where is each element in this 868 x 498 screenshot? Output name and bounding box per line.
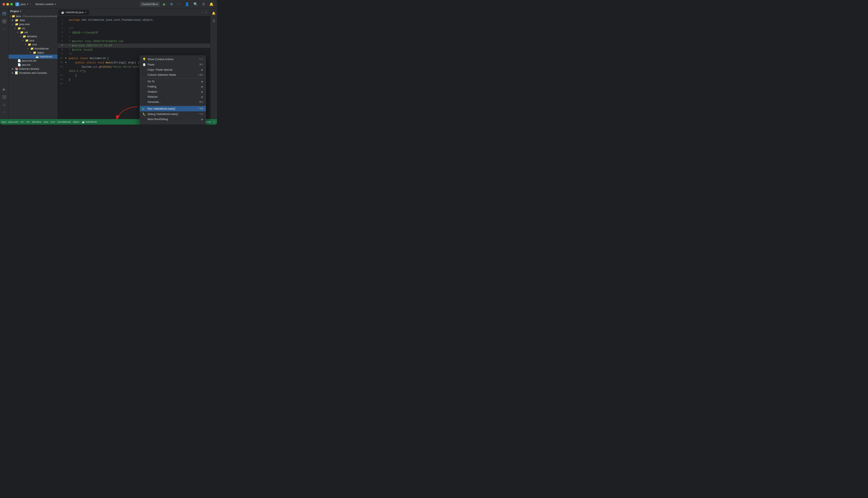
iml-icon: 📄: [17, 63, 21, 66]
sidebar-item-problems[interactable]: ⚠: [1, 101, 8, 108]
menu-item-more-run-debug[interactable]: More Run/Debug ▶: [140, 117, 206, 122]
tree-item-external-libs[interactable]: ▶ 📚 External Libraries: [9, 67, 58, 71]
menu-item-shortcut: ⌘N: [199, 101, 203, 104]
menu-item-label: Debug 'HelloWorld.main()': [148, 113, 179, 116]
breadcrumb-java2[interactable]: java: [44, 120, 48, 123]
breadcrumb-java-core[interactable]: java-core: [9, 120, 18, 123]
tree-item-foundational[interactable]: ▾ 📁 foundational: [9, 47, 58, 51]
menu-item-left: ▶ Run 'HelloWorld.main()': [142, 107, 176, 110]
right-icon-notifications[interactable]: 🔔: [211, 10, 217, 16]
sidebar-item-run[interactable]: ▶: [1, 86, 8, 93]
menu-item-column-selection[interactable]: Column Selection Mode ⇧⌘8: [140, 72, 206, 77]
breadcrumb-java[interactable]: java: [2, 120, 6, 123]
code-line-3: 3 /**: [58, 26, 210, 31]
editor-checkmark: ✓: [205, 11, 208, 14]
menu-item-label: Show Context Actions: [148, 58, 174, 61]
minimize-button[interactable]: [7, 3, 9, 5]
tree-item-java[interactable]: ▾ 📁 java ~/Documents/projects/java/ittim…: [9, 14, 58, 18]
submenu-arrow: ▶: [201, 68, 203, 71]
run-gutter[interactable]: ▶: [65, 56, 69, 60]
folder-icon: 📁: [25, 39, 29, 42]
menu-item-folding[interactable]: Folding ▶: [140, 84, 206, 89]
svg-rect-0: [3, 12, 6, 15]
tree-item-object[interactable]: ▾ 📁 object: [9, 51, 58, 55]
maximize-button[interactable]: [10, 3, 13, 5]
more-actions-button[interactable]: ⋯: [176, 2, 181, 6]
upload-icon[interactable]: ⬆: [213, 120, 215, 123]
sidebar-item-project[interactable]: [1, 10, 8, 17]
search-button[interactable]: 🔍: [193, 2, 199, 6]
menu-item-left: More Run/Debug: [142, 118, 168, 121]
right-icon-database[interactable]: 🗄: [211, 18, 217, 24]
current-file-button[interactable]: Current File ▾: [140, 2, 160, 6]
menu-item-analyze[interactable]: Analyze ▶: [140, 89, 206, 94]
menu-item-run-helloworld[interactable]: ▶ Run 'HelloWorld.main()' ^⇧R: [140, 106, 206, 112]
code-content: *: [69, 35, 210, 39]
breadcrumb-helloworld[interactable]: ☕ HelloWorld: [82, 120, 97, 123]
breadcrumb-core[interactable]: core: [51, 120, 55, 123]
tree-item-net[interactable]: ▾ 📁 net: [9, 30, 58, 34]
tree-item-java-core-iml[interactable]: 📄 java-core.iml: [9, 59, 58, 63]
tree-arrow: ▶: [12, 72, 14, 74]
run-button[interactable]: ▶: [162, 2, 167, 6]
line-number: 9: [58, 52, 65, 56]
close-button[interactable]: [2, 3, 5, 5]
main-layout: ⋯ ▶ ⬛ ⚠ ⑂ Project ▾ ▾ 📁 java ~/Documents…: [0, 9, 217, 119]
breadcrumb-src[interactable]: src: [21, 120, 24, 123]
titlebar-right: Current File ▾ ▶ ⚙ ⋯ 👤 🔍 ⚙ 🔔: [140, 2, 215, 6]
breadcrumb-ittimeline[interactable]: ittimeline: [32, 120, 41, 123]
breadcrumb-sep: ›: [42, 120, 43, 123]
version-control-selector[interactable]: Version control ▾: [35, 2, 56, 6]
menu-item-open-in[interactable]: Open In ▶: [140, 123, 206, 124]
menu-item-paste[interactable]: 📋 Paste ⌘V: [140, 62, 206, 67]
tree-item-java-iml[interactable]: 📄 java.iml: [9, 63, 58, 67]
run-gutter[interactable]: ▶: [65, 61, 69, 64]
tree-item-ittimeline[interactable]: ▾ 📁 ittimeline: [9, 34, 58, 38]
tree-item-idea[interactable]: ▶ 📁 .idea: [9, 18, 58, 22]
menu-item-copy-paste-special[interactable]: Copy / Paste Special ▶: [140, 67, 206, 72]
tree-item-src[interactable]: ▾ 📁 src: [9, 26, 58, 30]
sidebar-item-structure[interactable]: [1, 18, 8, 25]
tree-item-java2[interactable]: ▾ 📁 java: [9, 38, 58, 42]
menu-item-show-context-actions[interactable]: 💡 Show Context Actions ⌥⏎: [140, 56, 206, 62]
debug-button[interactable]: ⚙: [169, 2, 174, 6]
tree-item-label: net: [24, 31, 28, 34]
sidebar-item-vcs[interactable]: ⑂: [1, 109, 8, 116]
tree-item-java-core[interactable]: ▾ 📁 java-core: [9, 22, 58, 26]
settings-button[interactable]: ⚙: [201, 2, 206, 6]
line-number: 13: [58, 74, 65, 77]
notifications-button[interactable]: 🔔: [208, 2, 215, 6]
titlebar-separator: |: [30, 2, 31, 6]
tree-item-label: HelloWorld: [40, 55, 52, 58]
breadcrumb-object[interactable]: object: [73, 120, 79, 123]
code-line-8: 8 * @since Java21: [58, 48, 210, 52]
right-toolbar: 🔔 🗄: [210, 9, 217, 119]
sidebar-item-terminal[interactable]: ⬛: [1, 93, 8, 100]
menu-item-label: More Run/Debug: [148, 118, 168, 121]
project-selector[interactable]: J java ▾: [15, 2, 28, 6]
editor-more-button[interactable]: ⋯: [201, 11, 204, 14]
menu-item-go-to[interactable]: Go To ▶: [140, 79, 206, 84]
breadcrumb-foundational[interactable]: foundational: [58, 120, 71, 123]
tree-item-label: object: [37, 51, 44, 54]
menu-item-refactor[interactable]: Refactor ▶: [140, 94, 206, 100]
tree-item-core[interactable]: ▾ 📁 core: [9, 42, 58, 47]
tree-arrow: ▾: [12, 23, 14, 25]
breadcrumb-sep: ›: [56, 120, 57, 123]
current-file-label: Current File: [142, 3, 155, 6]
editor-tab-helloworld[interactable]: ☕ HelloWorld.java ✕: [59, 10, 89, 15]
menu-item-debug-helloworld[interactable]: 🐛 Debug 'HelloWorld.main()' ^⇧D: [140, 112, 206, 117]
tab-close-button[interactable]: ✕: [85, 11, 87, 13]
tree-item-helloworld[interactable]: ☕ HelloWorld: [9, 55, 58, 59]
code-content: * @since Java21: [69, 48, 210, 52]
profile-button[interactable]: 👤: [184, 2, 190, 6]
breadcrumb-net[interactable]: net: [26, 120, 29, 123]
svg-rect-4: [4, 22, 6, 23]
folder-icon: 📁: [23, 35, 26, 38]
sidebar-item-more[interactable]: ⋯: [1, 26, 8, 32]
tree-item-scratches[interactable]: ▶ 📝 Scratches and Consoles: [9, 71, 58, 75]
line-number: 1: [58, 18, 65, 22]
menu-item-left: Column Selection Mode: [142, 74, 176, 76]
folder-icon: 📁: [30, 47, 34, 50]
menu-item-generate[interactable]: Generate... ⌘N: [140, 100, 206, 105]
